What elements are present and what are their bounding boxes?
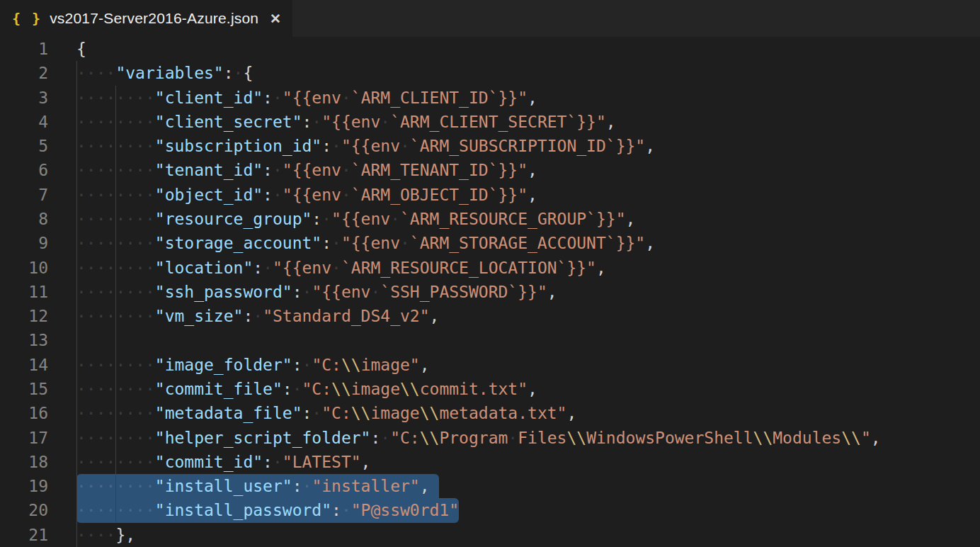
- line-number[interactable]: 1: [0, 37, 48, 61]
- json-string: WindowsPowerShell: [586, 429, 753, 447]
- whitespace-dots: ········: [76, 283, 155, 301]
- punctuation: ,: [528, 161, 537, 179]
- code-line[interactable]: 3········"client_id":·"{{env·`ARM_CLIENT…: [0, 86, 980, 110]
- code-line[interactable]: 2····"variables":·{: [0, 61, 980, 85]
- whitespace-dots: ········: [76, 210, 155, 228]
- whitespace-dots: ·: [400, 234, 410, 252]
- punctuation: :: [321, 234, 331, 252]
- whitespace-dots: ·: [400, 137, 410, 155]
- line-content: ········"tenant_id":·"{{env·`ARM_TENANT_…: [76, 158, 537, 182]
- line-number[interactable]: 9: [0, 231, 48, 255]
- line-content: ····},: [76, 523, 135, 547]
- code-line[interactable]: 18········"commit_id":·"LATEST",: [0, 450, 980, 474]
- json-braces-icon: { }: [12, 10, 42, 27]
- whitespace-dots: ·: [302, 356, 312, 374]
- line-number[interactable]: 5: [0, 134, 48, 158]
- punctuation: {: [243, 64, 253, 82]
- code-line[interactable]: 17········"helper_script_folder":·"C:\\P…: [0, 426, 980, 450]
- line-number[interactable]: 3: [0, 86, 48, 110]
- whitespace-dots: ·: [331, 234, 341, 252]
- code-line[interactable]: 1{: [0, 37, 980, 61]
- punctuation: {: [76, 40, 86, 58]
- json-key: "image_folder": [155, 356, 292, 374]
- punctuation: :: [292, 477, 302, 495]
- line-number[interactable]: 13: [0, 328, 48, 352]
- tab-vs2017-server2016-azure-json[interactable]: { } vs2017-Server2016-Azure.json ✕: [0, 0, 292, 37]
- json-string: Files: [518, 429, 566, 447]
- line-number[interactable]: 4: [0, 110, 48, 134]
- code-line[interactable]: 7········"object_id":·"{{env·`ARM_OBJECT…: [0, 183, 980, 207]
- punctuation: :: [292, 283, 302, 301]
- punctuation: ,: [566, 404, 576, 422]
- json-key: "object_id": [155, 186, 263, 204]
- code-line[interactable]: 12········"vm_size":·"Standard_DS4_v2",: [0, 304, 980, 328]
- code-line[interactable]: 19········"install_user":·"installer",: [0, 474, 980, 498]
- code-line[interactable]: 14········"image_folder":·"C:\\image",: [0, 353, 980, 377]
- code-line[interactable]: 6········"tenant_id":·"{{env·`ARM_TENANT…: [0, 158, 980, 182]
- line-number[interactable]: 16: [0, 401, 48, 425]
- line-content: ········"location":·"{{env·`ARM_RESOURCE…: [76, 256, 606, 280]
- code-line[interactable]: 11········"ssh_password":·"{{env·`SSH_PA…: [0, 280, 980, 304]
- line-content: ········"storage_account":·"{{env·`ARM_S…: [76, 231, 655, 255]
- whitespace-dots: ·: [273, 161, 283, 179]
- punctuation: :: [263, 89, 273, 107]
- whitespace-dots: ·: [341, 89, 351, 107]
- punctuation: :: [302, 404, 312, 422]
- punctuation: :: [243, 307, 253, 325]
- punctuation: :: [312, 210, 321, 228]
- json-string: "C:: [312, 356, 341, 374]
- punctuation: :: [253, 259, 263, 277]
- line-number[interactable]: 15: [0, 377, 48, 401]
- line-content: ········"client_secret":·"{{env·`ARM_CLI…: [76, 110, 616, 134]
- code-line[interactable]: 15········"commit_file":·"C:\\image\\com…: [0, 377, 980, 401]
- json-key: "commit_id": [155, 453, 263, 471]
- whitespace-dots: ·: [508, 429, 518, 447]
- line-number[interactable]: 11: [0, 280, 48, 304]
- json-key: "ssh_password": [155, 283, 292, 301]
- line-number[interactable]: 8: [0, 207, 48, 231]
- code-line[interactable]: 8········"resource_group":·"{{env·`ARM_R…: [0, 207, 980, 231]
- punctuation: ,: [420, 477, 430, 495]
- json-string: "Standard_DS4_v2": [263, 307, 429, 325]
- whitespace-dots: ········: [76, 477, 155, 495]
- line-number[interactable]: 21: [0, 523, 48, 547]
- editor[interactable]: 1{2····"variables":·{3········"client_id…: [0, 37, 980, 547]
- whitespace-dots: ·: [341, 186, 351, 204]
- line-number[interactable]: 17: [0, 426, 48, 450]
- punctuation: ,: [626, 210, 636, 228]
- code-line[interactable]: 21····},: [0, 523, 980, 547]
- code-line[interactable]: 10········"location":·"{{env·`ARM_RESOUR…: [0, 256, 980, 280]
- punctuation: :: [331, 501, 341, 519]
- whitespace-dots: ········: [76, 307, 155, 325]
- whitespace-dots: ····: [76, 526, 115, 544]
- line-number[interactable]: 6: [0, 158, 48, 182]
- code-line[interactable]: 13: [0, 328, 980, 352]
- line-number[interactable]: 14: [0, 353, 48, 377]
- line-number[interactable]: 19: [0, 474, 48, 498]
- tab-close-icon[interactable]: ✕: [270, 11, 281, 27]
- tab-label: vs2017-Server2016-Azure.json: [50, 10, 266, 27]
- line-number[interactable]: 20: [0, 498, 48, 522]
- whitespace-dots: ········: [76, 161, 155, 179]
- code-line[interactable]: 20········"install_password":·"P@ssw0rd1…: [0, 498, 980, 522]
- json-string: Program: [439, 429, 508, 447]
- line-content: ········"image_folder":·"C:\\image",: [76, 353, 430, 377]
- code-line[interactable]: 9········"storage_account":·"{{env·`ARM_…: [0, 231, 980, 255]
- code-line[interactable]: 16········"metadata_file":·"C:\\image\\m…: [0, 401, 980, 425]
- punctuation: },: [115, 526, 135, 544]
- whitespace-dots: ·: [380, 429, 390, 447]
- punctuation: ,: [547, 283, 557, 301]
- json-string: commit.txt": [420, 380, 528, 398]
- whitespace-dots: ·: [341, 501, 351, 519]
- line-number[interactable]: 7: [0, 183, 48, 207]
- punctuation: ,: [528, 89, 537, 107]
- line-number[interactable]: 12: [0, 304, 48, 328]
- whitespace-dots: ········: [76, 501, 155, 519]
- line-number[interactable]: 18: [0, 450, 48, 474]
- line-number[interactable]: 10: [0, 256, 48, 280]
- line-number[interactable]: 2: [0, 61, 48, 85]
- punctuation: ,: [871, 429, 881, 447]
- json-string: ": [861, 429, 871, 447]
- code-line[interactable]: 4········"client_secret":·"{{env·`ARM_CL…: [0, 110, 980, 134]
- code-line[interactable]: 5········"subscription_id":·"{{env·`ARM_…: [0, 134, 980, 158]
